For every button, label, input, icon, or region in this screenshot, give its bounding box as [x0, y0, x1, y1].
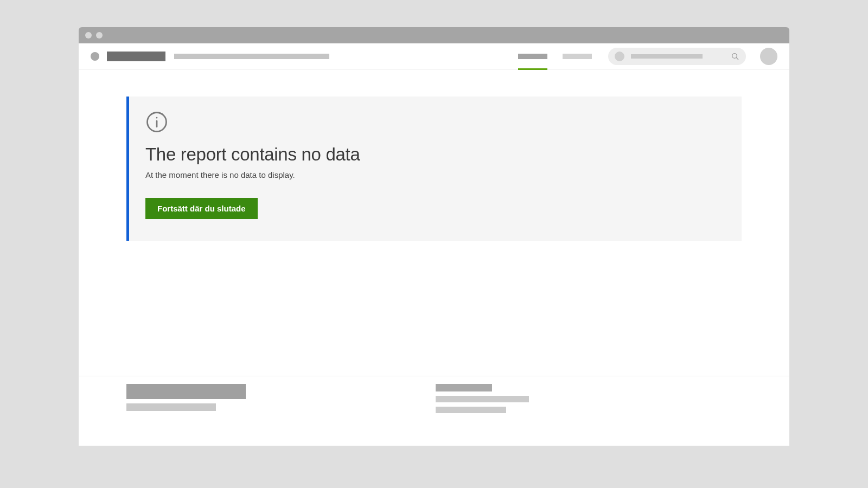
window-control-minimize[interactable]: [96, 32, 103, 38]
empty-state-subtitle: At the moment there is no data to displa…: [145, 170, 725, 179]
svg-point-4: [156, 117, 158, 119]
nav-tab-active-label-placeholder: [518, 54, 547, 59]
primary-nav-placeholder[interactable]: [174, 54, 329, 59]
search-avatar-icon: [615, 52, 624, 61]
empty-state-panel: The report contains no data At the momen…: [126, 97, 742, 241]
svg-point-0: [732, 53, 737, 58]
empty-state-title: The report contains no data: [145, 144, 725, 165]
browser-window: The report contains no data At the momen…: [79, 27, 789, 446]
footer-link-placeholder-2[interactable]: [436, 396, 529, 402]
search-field[interactable]: [608, 48, 746, 65]
app-header: [79, 43, 789, 69]
footer-link-placeholder-3[interactable]: [436, 407, 506, 413]
footer-column-right: [436, 384, 529, 413]
footer-link-placeholder-1[interactable]: [436, 384, 492, 391]
nav-tab-active[interactable]: [518, 43, 547, 69]
info-icon: [145, 111, 725, 133]
main-content: The report contains no data At the momen…: [79, 69, 789, 376]
search-icon[interactable]: [731, 52, 739, 61]
window-titlebar: [79, 27, 789, 43]
logo-icon[interactable]: [91, 52, 99, 61]
window-control-close[interactable]: [85, 32, 92, 38]
continue-button[interactable]: Fortsätt där du slutade: [145, 198, 258, 219]
footer-column-left: [126, 384, 246, 413]
brand-name-placeholder[interactable]: [107, 52, 165, 61]
svg-line-1: [736, 57, 738, 60]
footer-heading-placeholder: [126, 384, 246, 399]
footer: [79, 376, 789, 446]
footer-text-placeholder: [126, 403, 216, 411]
search-placeholder-text: [631, 54, 703, 59]
nav-tab-secondary-placeholder[interactable]: [563, 54, 592, 59]
user-avatar[interactable]: [760, 48, 777, 65]
